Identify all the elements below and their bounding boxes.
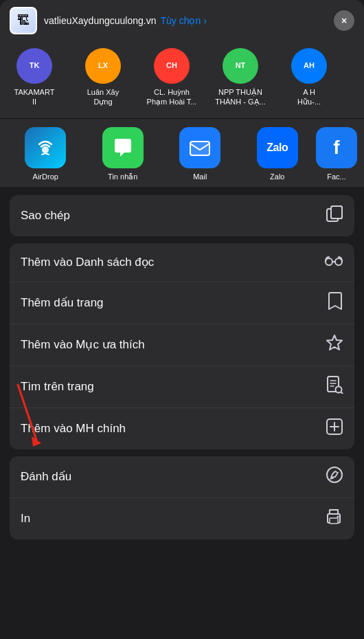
contact-avatar: AH — [291, 48, 327, 84]
contact-item-npp[interactable]: NT NPP THUẬNTHÀNH - GẠ... — [206, 45, 275, 110]
svg-point-26 — [337, 515, 339, 517]
zalo-text: Zalo — [266, 142, 288, 154]
mh-chinh-label: Thêm vào MH chính — [21, 422, 126, 436]
menu-item-tim-trang[interactable]: Tìm trên trang — [10, 366, 354, 408]
app-label-zalo: Zalo — [270, 172, 284, 181]
svg-line-15 — [341, 392, 343, 394]
add-square-icon — [326, 418, 343, 440]
glasses-icon — [324, 253, 343, 272]
svg-rect-3 — [190, 142, 209, 155]
svg-point-0 — [42, 146, 49, 153]
menu-item-in[interactable]: In — [10, 498, 354, 539]
app-item-facebook[interactable]: f Fac... — [316, 127, 357, 181]
facebook-f: f — [333, 137, 339, 159]
app-label-facebook: Fac... — [327, 172, 346, 181]
contact-initials: CH — [166, 61, 177, 70]
contact-avatar: NT — [223, 48, 258, 84]
svg-marker-12 — [327, 335, 342, 350]
app-item-zalo[interactable]: Zalo Zalo — [239, 127, 317, 181]
svg-line-2 — [45, 153, 49, 155]
site-url: vatlieuXaydungcuulong.vn — [44, 15, 156, 26]
app-label-messages: Tin nhắn — [108, 172, 137, 181]
ua-thich-label: Thêm vào Mục ưa thích — [21, 337, 145, 352]
contact-item-ah[interactable]: AH A HHữu-... — [275, 45, 343, 110]
messages-icon — [102, 127, 144, 168]
menu-item-danh-dau[interactable]: Đánh dấu — [10, 456, 354, 498]
contact-item-takamart[interactable]: TK TAKAMARTII — [0, 45, 69, 110]
dau-trang-label: Thêm dấu trang — [21, 295, 104, 310]
contact-name: CL. HuỳnhPhạm Hoài T... — [147, 87, 197, 107]
facebook-icon: f — [316, 127, 357, 168]
contact-name: NPP THUẬNTHÀNH - GẠ... — [215, 87, 265, 107]
contact-name: Luân XâyDựng — [87, 87, 119, 107]
close-button[interactable]: × — [334, 10, 354, 31]
airdrop-icon — [25, 127, 66, 168]
danh-sach-doc-label: Thêm vào Danh sách đọc — [21, 255, 154, 269]
danh-dau-label: Đánh dấu — [21, 469, 71, 484]
markup-icon — [326, 466, 343, 488]
svg-point-22 — [327, 467, 342, 482]
site-favicon: 🏗 — [10, 7, 37, 34]
recent-contacts-row: TK TAKAMARTII LX Luân XâyDựng CH CL. Huỳ… — [0, 41, 364, 117]
app-item-mail[interactable]: Mail — [161, 127, 239, 181]
tim-trang-label: Tìm trên trang — [21, 380, 94, 394]
sao-chep-label: Sao chép — [21, 209, 70, 223]
contact-avatar: LX — [85, 48, 121, 84]
app-item-messages[interactable]: Tin nhắn — [84, 127, 162, 181]
menu-item-dau-trang[interactable]: Thêm dấu trang — [10, 282, 354, 324]
contact-initials: NT — [236, 61, 246, 70]
contact-avatar: TK — [16, 48, 52, 84]
menu-item-sao-chep[interactable]: Sao chép — [10, 195, 354, 236]
book-icon — [327, 292, 343, 314]
menu-sections: Sao chép Thêm vào Danh sách đọc — [0, 187, 364, 548]
svg-rect-9 — [331, 206, 342, 218]
in-label: In — [21, 512, 30, 526]
menu-section-reading: Thêm vào Danh sách đọc Thêm dấu trang — [10, 243, 354, 449]
contact-avatar: CH — [154, 48, 190, 84]
print-icon — [324, 508, 343, 530]
menu-item-mh-chinh[interactable]: Thêm vào MH chính — [10, 408, 354, 449]
contact-name: TAKAMARTII — [14, 87, 55, 107]
contact-initials: LX — [98, 61, 108, 70]
app-label-airdrop: AirDrop — [33, 172, 58, 181]
app-item-airdrop[interactable]: AirDrop — [7, 127, 84, 181]
app-label-mail: Mail — [193, 172, 207, 181]
contact-initials: AH — [304, 61, 315, 70]
close-icon: × — [341, 16, 347, 25]
svg-rect-25 — [330, 518, 338, 524]
menu-item-ua-thich[interactable]: Thêm vào Mục ưa thích — [10, 324, 354, 366]
contact-item-huynh[interactable]: CH CL. HuỳnhPhạm Hoài T... — [137, 45, 206, 110]
favicon-inner: 🏗 — [11, 8, 36, 33]
menu-section-copy: Sao chép — [10, 195, 354, 236]
share-header: 🏗 vatlieuXaydungcuulong.vn Tùy chọn › × — [0, 0, 364, 41]
site-info-row: 🏗 vatlieuXaydungcuulong.vn Tùy chọn › — [10, 7, 334, 34]
mail-icon — [179, 127, 220, 168]
zalo-icon: Zalo — [257, 127, 298, 168]
menu-item-danh-sach-doc[interactable]: Thêm vào Danh sách đọc — [10, 243, 354, 282]
contact-initials: TK — [30, 61, 40, 70]
apps-row: AirDrop Tin nhắn Mail Zalo Zalo f — [0, 119, 364, 187]
contact-name: A HHữu-... — [297, 87, 321, 107]
svg-line-23 — [330, 478, 333, 479]
contact-item-luan[interactable]: LX Luân XâyDựng — [69, 45, 137, 110]
site-details: vatlieuXaydungcuulong.vn Tùy chọn › — [44, 15, 207, 26]
star-icon — [326, 334, 343, 356]
tuy-chon-button[interactable]: Tùy chọn › — [160, 15, 206, 26]
menu-section-tools: Đánh dấu In — [10, 456, 354, 539]
copy-icon — [326, 205, 343, 227]
search-doc-icon — [326, 376, 343, 398]
